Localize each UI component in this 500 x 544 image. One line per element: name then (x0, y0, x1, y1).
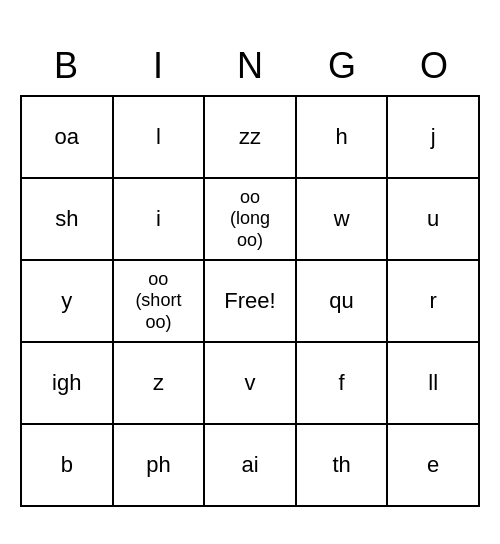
cell-2-2-free: Free! (205, 261, 297, 343)
cell-2-4: r (388, 261, 480, 343)
cell-3-4: ll (388, 343, 480, 425)
cell-2-3: qu (297, 261, 389, 343)
bingo-grid: oa l zz h j sh i oo(longoo) w u y oo(sho… (20, 95, 480, 507)
cell-0-4: j (388, 97, 480, 179)
header-b: B (20, 37, 112, 95)
cell-2-0: y (22, 261, 114, 343)
cell-0-0: oa (22, 97, 114, 179)
cell-1-4: u (388, 179, 480, 261)
cell-4-1: ph (114, 425, 206, 507)
cell-1-2: oo(longoo) (205, 179, 297, 261)
cell-4-0: b (22, 425, 114, 507)
header-i: I (112, 37, 204, 95)
cell-4-4: e (388, 425, 480, 507)
cell-4-3: th (297, 425, 389, 507)
cell-0-2: zz (205, 97, 297, 179)
cell-2-1: oo(shortoo) (114, 261, 206, 343)
cell-3-1: z (114, 343, 206, 425)
cell-0-3: h (297, 97, 389, 179)
cell-4-2: ai (205, 425, 297, 507)
header-g: G (296, 37, 388, 95)
bingo-card: B I N G O oa l zz h j sh i oo(longoo) w … (20, 37, 480, 507)
cell-1-3: w (297, 179, 389, 261)
cell-3-0: igh (22, 343, 114, 425)
bingo-header: B I N G O (20, 37, 480, 95)
cell-1-0: sh (22, 179, 114, 261)
header-o: O (388, 37, 480, 95)
cell-3-2: v (205, 343, 297, 425)
header-n: N (204, 37, 296, 95)
cell-1-1: i (114, 179, 206, 261)
cell-0-1: l (114, 97, 206, 179)
cell-3-3: f (297, 343, 389, 425)
